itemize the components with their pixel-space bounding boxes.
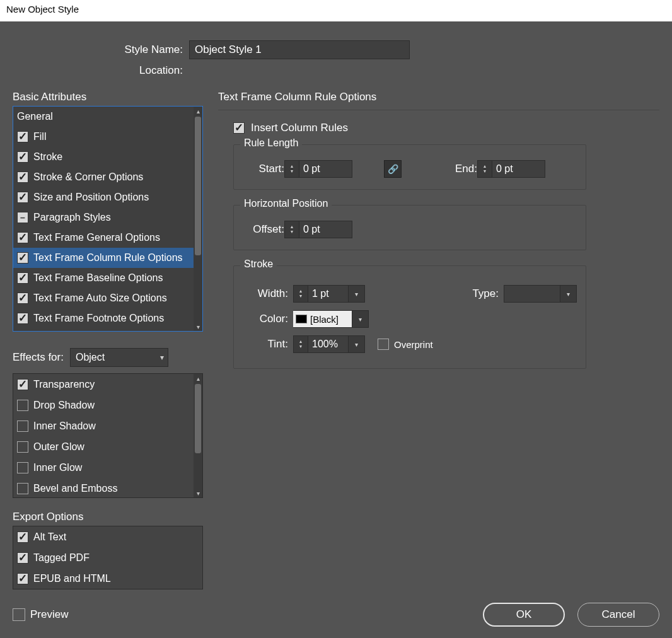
attribute-label: Size and Position Options: [33, 192, 149, 203]
tint-value[interactable]: 100%: [308, 335, 349, 353]
effect-item[interactable]: Inner Shadow: [13, 415, 194, 436]
effect-item[interactable]: Bevel and Emboss: [13, 478, 194, 497]
attribute-label: Text Frame General Options: [33, 232, 160, 243]
effect-checkbox[interactable]: [17, 420, 28, 432]
tint-input[interactable]: ▴▾ 100% ▾: [293, 335, 365, 353]
basic-attribute-item[interactable]: Stroke: [13, 147, 194, 167]
attribute-label: Fill: [33, 131, 46, 142]
export-option-item[interactable]: Tagged PDF: [13, 547, 202, 568]
attribute-checkbox[interactable]: [17, 151, 28, 163]
effect-checkbox[interactable]: [17, 379, 28, 390]
scroll-up-icon[interactable]: ▴: [194, 374, 202, 383]
location-row: Location:: [0, 59, 672, 77]
effect-checkbox[interactable]: [17, 441, 28, 453]
export-option-checkbox[interactable]: [17, 552, 28, 564]
attribute-checkbox[interactable]: [17, 252, 28, 264]
link-icon[interactable]: 🔗: [384, 160, 402, 178]
width-value[interactable]: 1 pt: [308, 285, 349, 303]
horizontal-position-legend: Horizontal Position: [240, 198, 332, 209]
cancel-button[interactable]: Cancel: [577, 603, 659, 627]
style-name-input[interactable]: [189, 40, 410, 59]
color-dropdown[interactable]: [Black] ▾: [293, 310, 369, 328]
basic-attributes-label: Basic Attributes: [13, 91, 203, 103]
export-options-label: Export Options: [13, 511, 203, 523]
insert-column-rules-checkbox[interactable]: [233, 122, 245, 134]
export-option-item[interactable]: EPUB and HTML: [13, 568, 202, 589]
effect-checkbox[interactable]: [17, 483, 28, 494]
attribute-checkbox[interactable]: [17, 171, 28, 183]
scroll-up-icon[interactable]: ▴: [194, 107, 202, 115]
ok-button[interactable]: OK: [483, 603, 565, 627]
attribute-checkbox[interactable]: [17, 232, 28, 243]
stepper-icon[interactable]: ▴▾: [293, 335, 308, 353]
basic-attribute-item[interactable]: Stroke & Corner Options: [13, 167, 194, 187]
export-option-item[interactable]: Alt Text: [13, 526, 202, 547]
export-option-label: Alt Text: [33, 531, 66, 543]
basic-attribute-item[interactable]: General: [13, 107, 194, 127]
attribute-label: Text Frame Column Rule Options: [33, 252, 183, 264]
basic-attribute-item[interactable]: Fill: [13, 127, 194, 147]
type-dropdown[interactable]: ▾: [504, 285, 577, 303]
export-option-checkbox[interactable]: [17, 573, 28, 584]
effect-item[interactable]: Transparency: [13, 374, 194, 395]
mixed-state-icon[interactable]: –: [17, 212, 28, 223]
export-option-label: EPUB and HTML: [33, 573, 111, 584]
effect-checkbox[interactable]: [17, 462, 28, 473]
stepper-icon[interactable]: ▴▾: [284, 221, 299, 238]
location-label: Location:: [0, 64, 189, 77]
chevron-down-icon[interactable]: ▾: [349, 285, 365, 303]
end-value[interactable]: 0 pt: [492, 160, 545, 178]
effect-item[interactable]: Drop Shadow: [13, 395, 194, 415]
basic-attributes-scrollbar[interactable]: ▴ ▾: [194, 107, 202, 331]
offset-value[interactable]: 0 pt: [299, 221, 352, 238]
start-input[interactable]: ▴▾ 0 pt: [284, 160, 352, 178]
effects-for-dropdown[interactable]: Object ▾: [70, 348, 168, 367]
basic-attribute-item[interactable]: Size and Position Options: [13, 187, 194, 207]
scroll-down-icon[interactable]: ▾: [194, 322, 202, 331]
effect-label: Transparency: [33, 379, 95, 390]
width-input[interactable]: ▴▾ 1 pt ▾: [293, 285, 365, 303]
effect-item[interactable]: Inner Glow: [13, 457, 194, 478]
type-label: Type:: [466, 287, 504, 300]
basic-attribute-item[interactable]: Text Frame Baseline Options: [13, 268, 194, 288]
end-label: End:: [439, 163, 477, 175]
stepper-icon[interactable]: ▴▾: [477, 160, 492, 178]
horizontal-position-group: Horizontal Position Offset: ▴▾ 0 pt: [233, 205, 586, 250]
stepper-icon[interactable]: ▴▾: [293, 285, 308, 303]
chevron-down-icon[interactable]: ▾: [349, 335, 365, 353]
attribute-checkbox[interactable]: [17, 272, 28, 284]
style-name-row: Style Name:: [0, 40, 672, 59]
effects-scrollbar[interactable]: ▴ ▾: [194, 374, 202, 497]
attribute-checkbox[interactable]: [17, 313, 28, 324]
basic-attribute-item[interactable]: –Paragraph Styles: [13, 207, 194, 228]
start-value[interactable]: 0 pt: [299, 160, 352, 178]
basic-attributes-list[interactable]: GeneralFillStrokeStroke & Corner Options…: [13, 106, 203, 332]
basic-attribute-item[interactable]: Text Frame Column Rule Options: [13, 248, 194, 268]
window-titlebar: New Object Style: [0, 0, 672, 21]
scroll-thumb[interactable]: [195, 384, 201, 453]
chevron-down-icon[interactable]: ▾: [352, 310, 369, 328]
tint-label: Tint:: [243, 338, 293, 351]
attribute-checkbox[interactable]: [17, 293, 28, 304]
end-input[interactable]: ▴▾ 0 pt: [477, 160, 545, 178]
effect-checkbox[interactable]: [17, 400, 28, 411]
basic-attribute-item[interactable]: Text Frame Auto Size Options: [13, 288, 194, 308]
stepper-icon[interactable]: ▴▾: [284, 160, 299, 178]
attribute-checkbox[interactable]: [17, 131, 28, 142]
effect-item[interactable]: Outer Glow: [13, 436, 194, 457]
basic-attribute-item[interactable]: Text Frame General Options: [13, 228, 194, 248]
basic-attribute-item[interactable]: Text Frame Footnote Options: [13, 308, 194, 328]
scroll-down-icon[interactable]: ▾: [194, 489, 202, 497]
type-value: [504, 285, 560, 303]
preview-checkbox[interactable]: [13, 608, 25, 621]
attribute-checkbox[interactable]: [17, 192, 28, 203]
scroll-thumb[interactable]: [195, 117, 201, 255]
chevron-down-icon[interactable]: ▾: [560, 285, 577, 303]
attribute-label: General: [17, 111, 53, 122]
preview-label: Preview: [30, 608, 68, 621]
effect-label: Inner Glow: [33, 462, 82, 473]
offset-input[interactable]: ▴▾ 0 pt: [284, 221, 352, 238]
export-option-checkbox[interactable]: [17, 531, 28, 543]
effects-list[interactable]: TransparencyDrop ShadowInner ShadowOuter…: [13, 373, 203, 498]
overprint-checkbox[interactable]: [378, 339, 389, 350]
